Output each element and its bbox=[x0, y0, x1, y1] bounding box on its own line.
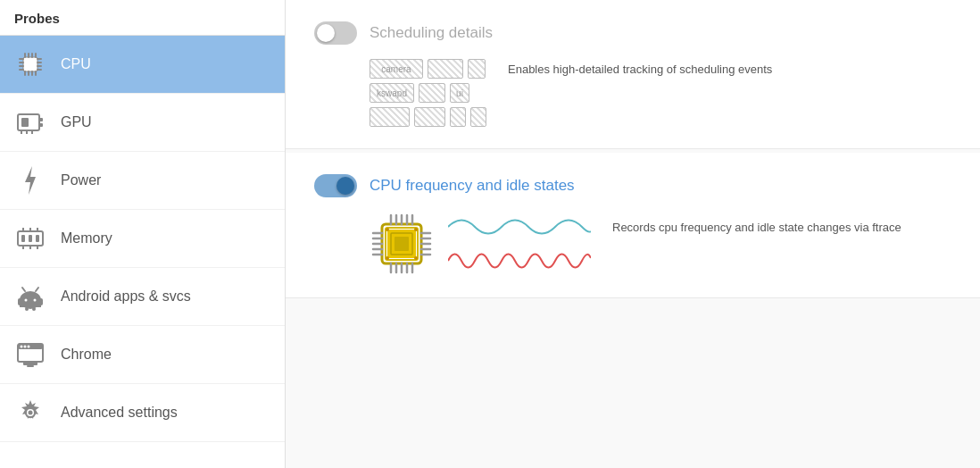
sidebar-header: Probes bbox=[0, 0, 285, 36]
svg-rect-28 bbox=[29, 235, 32, 242]
svg-rect-21 bbox=[39, 123, 43, 127]
svg-rect-37 bbox=[20, 300, 41, 307]
sidebar-item-label-android: Android apps & svcs bbox=[61, 288, 191, 305]
sched-block-kswapd: kswapd bbox=[370, 83, 414, 103]
svg-point-39 bbox=[34, 299, 37, 302]
cpu-freq-toggle-thumb bbox=[336, 177, 354, 195]
sidebar-item-label-gpu: GPU bbox=[61, 114, 92, 130]
svg-marker-25 bbox=[25, 166, 36, 195]
sidebar-item-label-chrome: Chrome bbox=[61, 347, 112, 363]
sched-block-2 bbox=[468, 59, 486, 79]
svg-line-40 bbox=[22, 288, 25, 291]
sidebar-item-label-advanced: Advanced settings bbox=[61, 405, 178, 421]
memory-icon bbox=[14, 222, 46, 255]
scheduling-title: Scheduling details bbox=[370, 24, 493, 42]
advanced-settings-icon bbox=[14, 397, 46, 429]
svg-point-82 bbox=[414, 228, 418, 231]
gpu-icon bbox=[14, 106, 46, 138]
sidebar-item-label-power: Power bbox=[61, 172, 101, 188]
android-icon bbox=[14, 280, 46, 313]
cpu-freq-toggle-track bbox=[314, 174, 357, 197]
waves-container bbox=[448, 213, 591, 274]
svg-rect-42 bbox=[18, 298, 21, 305]
cpu-freq-illustration bbox=[370, 212, 591, 276]
svg-rect-60 bbox=[394, 237, 409, 251]
scheduling-illustration: camera kswapd ui bbox=[370, 59, 486, 127]
blue-wave bbox=[448, 213, 591, 240]
sched-block-6 bbox=[450, 107, 466, 127]
sidebar-item-advanced[interactable]: Advanced settings bbox=[0, 384, 285, 442]
sidebar-item-android[interactable]: Android apps & svcs bbox=[0, 268, 285, 326]
cpu-icon bbox=[14, 48, 46, 80]
sched-block-camera: camera bbox=[370, 59, 423, 79]
sidebar-item-power[interactable]: Power bbox=[0, 152, 285, 210]
sidebar-item-gpu[interactable]: GPU bbox=[0, 94, 285, 152]
svg-rect-49 bbox=[27, 365, 34, 367]
svg-point-83 bbox=[386, 256, 389, 260]
cpu-freq-section: CPU frequency and idle states bbox=[286, 153, 980, 298]
scheduling-toggle-row: Scheduling details bbox=[314, 21, 951, 45]
sidebar-item-label-memory: Memory bbox=[61, 230, 112, 247]
cpu-freq-title: CPU frequency and idle states bbox=[370, 177, 575, 195]
power-icon bbox=[14, 164, 46, 196]
sched-block-5 bbox=[414, 107, 445, 127]
sidebar-item-cpu[interactable]: CPU bbox=[0, 36, 285, 94]
scheduling-section: Scheduling details camera kswapd ui bbox=[286, 0, 980, 149]
scheduling-description: Enables high-detailed tracking of schedu… bbox=[508, 59, 772, 76]
sched-block-1 bbox=[428, 59, 463, 79]
svg-point-84 bbox=[414, 256, 418, 260]
chrome-icon bbox=[14, 338, 46, 371]
cpu-freq-toggle[interactable] bbox=[314, 174, 357, 197]
red-wave bbox=[448, 247, 591, 274]
sched-block-ui: ui bbox=[450, 83, 469, 103]
sched-block-4 bbox=[370, 107, 410, 127]
sched-block-3 bbox=[419, 83, 445, 103]
sidebar: Probes bbox=[0, 0, 286, 468]
sidebar-item-chrome[interactable]: Chrome bbox=[0, 326, 285, 384]
svg-point-52 bbox=[28, 346, 30, 348]
chip-svg bbox=[370, 212, 434, 276]
svg-point-81 bbox=[386, 228, 389, 231]
svg-rect-27 bbox=[21, 235, 25, 242]
scheduling-toggle-thumb bbox=[317, 24, 335, 42]
main-content: Scheduling details camera kswapd ui bbox=[286, 0, 980, 468]
sidebar-item-memory[interactable]: Memory bbox=[0, 210, 285, 268]
svg-rect-45 bbox=[32, 307, 36, 311]
svg-rect-1 bbox=[27, 61, 34, 68]
svg-rect-29 bbox=[36, 235, 39, 242]
svg-rect-44 bbox=[25, 307, 29, 311]
sched-block-7 bbox=[470, 107, 486, 127]
svg-point-51 bbox=[24, 346, 27, 348]
scheduling-toggle[interactable] bbox=[314, 21, 357, 45]
svg-point-55 bbox=[29, 411, 33, 415]
svg-line-41 bbox=[36, 288, 38, 291]
svg-point-38 bbox=[25, 299, 28, 302]
svg-point-50 bbox=[21, 346, 23, 348]
cpu-freq-toggle-row: CPU frequency and idle states bbox=[314, 174, 951, 197]
sidebar-item-label-cpu: CPU bbox=[61, 56, 91, 72]
svg-rect-19 bbox=[21, 118, 29, 127]
cpu-freq-description: Records cpu frequency and idle state cha… bbox=[612, 212, 901, 234]
svg-rect-43 bbox=[39, 298, 43, 305]
svg-rect-20 bbox=[39, 118, 43, 121]
scheduling-toggle-track bbox=[314, 21, 357, 45]
svg-rect-48 bbox=[23, 362, 37, 365]
